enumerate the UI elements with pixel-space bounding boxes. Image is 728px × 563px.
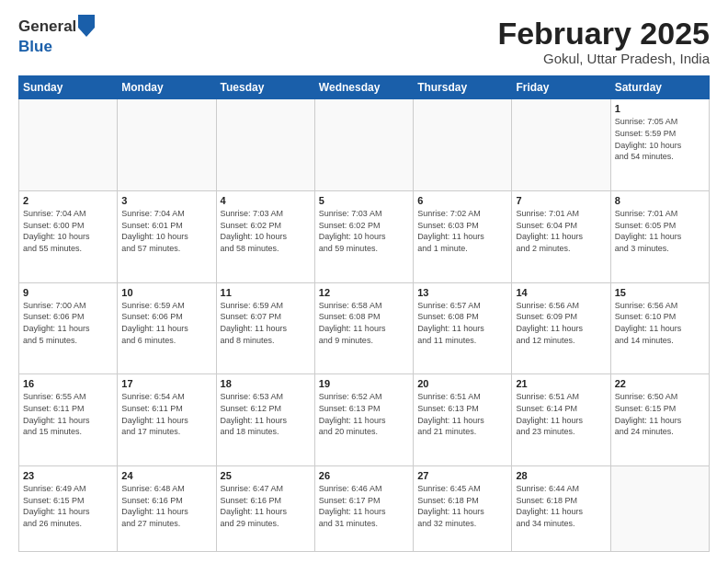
calendar-cell (19, 99, 118, 191)
day-number: 24 (121, 470, 211, 481)
day-number: 25 (221, 470, 311, 481)
calendar-cell: 23Sunrise: 6:49 AM Sunset: 6:15 PM Dayli… (19, 466, 118, 552)
day-number: 13 (417, 287, 507, 298)
title-block: February 2025 Gokul, Uttar Pradesh, Indi… (497, 17, 710, 66)
day-number: 15 (615, 287, 705, 298)
calendar-cell: 15Sunrise: 6:56 AM Sunset: 6:10 PM Dayli… (610, 282, 709, 374)
calendar-cell (314, 99, 413, 191)
calendar-cell: 11Sunrise: 6:59 AM Sunset: 6:07 PM Dayli… (216, 282, 314, 374)
calendar-cell: 25Sunrise: 6:47 AM Sunset: 6:16 PM Dayli… (216, 466, 314, 552)
calendar-cell: 12Sunrise: 6:58 AM Sunset: 6:08 PM Dayli… (314, 282, 413, 374)
calendar-cell: 9Sunrise: 7:00 AM Sunset: 6:06 PM Daylig… (19, 282, 118, 374)
calendar-cell: 10Sunrise: 6:59 AM Sunset: 6:06 PM Dayli… (118, 282, 216, 374)
day-number: 17 (121, 378, 211, 389)
day-number: 28 (516, 470, 606, 481)
day-header-wednesday: Wednesday (314, 76, 413, 99)
day-number: 18 (221, 378, 311, 389)
calendar-cell: 16Sunrise: 6:55 AM Sunset: 6:11 PM Dayli… (19, 374, 118, 466)
day-header-tuesday: Tuesday (216, 76, 314, 99)
day-info: Sunrise: 7:03 AM Sunset: 6:02 PM Dayligh… (319, 208, 409, 254)
calendar-cell: 24Sunrise: 6:48 AM Sunset: 6:16 PM Dayli… (118, 466, 216, 552)
calendar-cell (414, 99, 512, 191)
calendar-cell: 18Sunrise: 6:53 AM Sunset: 6:12 PM Dayli… (216, 374, 314, 466)
day-number: 8 (615, 195, 705, 206)
day-number: 14 (516, 287, 606, 298)
calendar-cell: 7Sunrise: 7:01 AM Sunset: 6:04 PM Daylig… (512, 191, 610, 283)
calendar-week-2: 2Sunrise: 7:04 AM Sunset: 6:00 PM Daylig… (19, 191, 710, 283)
calendar-cell: 2Sunrise: 7:04 AM Sunset: 6:00 PM Daylig… (19, 191, 118, 283)
day-info: Sunrise: 6:49 AM Sunset: 6:15 PM Dayligh… (23, 483, 113, 529)
calendar-cell (118, 99, 216, 191)
calendar-cell: 28Sunrise: 6:44 AM Sunset: 6:18 PM Dayli… (512, 466, 610, 552)
day-info: Sunrise: 6:47 AM Sunset: 6:16 PM Dayligh… (221, 483, 311, 529)
day-number: 21 (516, 378, 606, 389)
calendar-cell: 3Sunrise: 7:04 AM Sunset: 6:01 PM Daylig… (118, 191, 216, 283)
day-number: 16 (23, 378, 113, 389)
day-info: Sunrise: 6:56 AM Sunset: 6:09 PM Dayligh… (516, 300, 606, 346)
day-header-thursday: Thursday (414, 76, 512, 99)
day-info: Sunrise: 6:44 AM Sunset: 6:18 PM Dayligh… (516, 483, 606, 529)
day-info: Sunrise: 7:00 AM Sunset: 6:06 PM Dayligh… (23, 300, 113, 346)
calendar-header-row: SundayMondayTuesdayWednesdayThursdayFrid… (19, 76, 710, 99)
day-number: 10 (121, 287, 211, 298)
day-number: 22 (615, 378, 705, 389)
day-number: 4 (221, 195, 311, 206)
calendar-cell: 22Sunrise: 6:50 AM Sunset: 6:15 PM Dayli… (610, 374, 709, 466)
day-info: Sunrise: 7:04 AM Sunset: 6:01 PM Dayligh… (121, 208, 211, 254)
day-info: Sunrise: 6:59 AM Sunset: 6:07 PM Dayligh… (221, 300, 311, 346)
day-number: 19 (319, 378, 409, 389)
day-info: Sunrise: 6:48 AM Sunset: 6:16 PM Dayligh… (121, 483, 211, 529)
day-number: 9 (23, 287, 113, 298)
calendar-cell: 14Sunrise: 6:56 AM Sunset: 6:09 PM Dayli… (512, 282, 610, 374)
day-info: Sunrise: 6:46 AM Sunset: 6:17 PM Dayligh… (319, 483, 409, 529)
page: General Blue February 2025 Gokul, Uttar … (0, 0, 728, 563)
calendar-title: February 2025 (497, 17, 710, 51)
day-header-sunday: Sunday (19, 76, 118, 99)
day-info: Sunrise: 6:51 AM Sunset: 6:13 PM Dayligh… (417, 391, 507, 437)
calendar-week-5: 23Sunrise: 6:49 AM Sunset: 6:15 PM Dayli… (19, 466, 710, 552)
day-header-monday: Monday (118, 76, 216, 99)
day-header-saturday: Saturday (610, 76, 709, 99)
calendar-week-4: 16Sunrise: 6:55 AM Sunset: 6:11 PM Dayli… (19, 374, 710, 466)
day-info: Sunrise: 6:58 AM Sunset: 6:08 PM Dayligh… (319, 300, 409, 346)
calendar-cell: 21Sunrise: 6:51 AM Sunset: 6:14 PM Dayli… (512, 374, 610, 466)
day-number: 6 (417, 195, 507, 206)
calendar-cell (610, 466, 709, 552)
day-number: 26 (319, 470, 409, 481)
day-info: Sunrise: 6:59 AM Sunset: 6:06 PM Dayligh… (121, 300, 211, 346)
day-number: 1 (615, 103, 705, 114)
day-info: Sunrise: 7:03 AM Sunset: 6:02 PM Dayligh… (221, 208, 311, 254)
logo-text: General Blue (18, 17, 95, 56)
day-info: Sunrise: 6:50 AM Sunset: 6:15 PM Dayligh… (615, 391, 705, 437)
calendar-cell: 17Sunrise: 6:54 AM Sunset: 6:11 PM Dayli… (118, 374, 216, 466)
calendar-cell: 19Sunrise: 6:52 AM Sunset: 6:13 PM Dayli… (314, 374, 413, 466)
day-number: 27 (417, 470, 507, 481)
calendar-week-3: 9Sunrise: 7:00 AM Sunset: 6:06 PM Daylig… (19, 282, 710, 374)
calendar-table: SundayMondayTuesdayWednesdayThursdayFrid… (18, 75, 710, 552)
day-info: Sunrise: 7:04 AM Sunset: 6:00 PM Dayligh… (23, 208, 113, 254)
svg-marker-0 (78, 15, 95, 37)
day-info: Sunrise: 6:56 AM Sunset: 6:10 PM Dayligh… (615, 300, 705, 346)
calendar-cell: 8Sunrise: 7:01 AM Sunset: 6:05 PM Daylig… (610, 191, 709, 283)
calendar-cell: 5Sunrise: 7:03 AM Sunset: 6:02 PM Daylig… (314, 191, 413, 283)
day-info: Sunrise: 6:57 AM Sunset: 6:08 PM Dayligh… (417, 300, 507, 346)
day-number: 2 (23, 195, 113, 206)
day-info: Sunrise: 7:01 AM Sunset: 6:04 PM Dayligh… (516, 208, 606, 254)
day-number: 3 (121, 195, 211, 206)
calendar-cell: 26Sunrise: 6:46 AM Sunset: 6:17 PM Dayli… (314, 466, 413, 552)
day-info: Sunrise: 6:51 AM Sunset: 6:14 PM Dayligh… (516, 391, 606, 437)
day-info: Sunrise: 6:54 AM Sunset: 6:11 PM Dayligh… (121, 391, 211, 437)
calendar-cell: 4Sunrise: 7:03 AM Sunset: 6:02 PM Daylig… (216, 191, 314, 283)
day-number: 7 (516, 195, 606, 206)
day-number: 23 (23, 470, 113, 481)
day-info: Sunrise: 7:02 AM Sunset: 6:03 PM Dayligh… (417, 208, 507, 254)
calendar-cell: 1Sunrise: 7:05 AM Sunset: 5:59 PM Daylig… (610, 99, 709, 191)
header: General Blue February 2025 Gokul, Uttar … (18, 17, 710, 66)
calendar-cell: 13Sunrise: 6:57 AM Sunset: 6:08 PM Dayli… (414, 282, 512, 374)
calendar-week-1: 1Sunrise: 7:05 AM Sunset: 5:59 PM Daylig… (19, 99, 710, 191)
calendar-subtitle: Gokul, Uttar Pradesh, India (497, 51, 710, 66)
calendar-cell: 6Sunrise: 7:02 AM Sunset: 6:03 PM Daylig… (414, 191, 512, 283)
day-info: Sunrise: 7:05 AM Sunset: 5:59 PM Dayligh… (615, 116, 705, 162)
day-info: Sunrise: 7:01 AM Sunset: 6:05 PM Dayligh… (615, 208, 705, 254)
logo: General Blue (18, 17, 95, 56)
